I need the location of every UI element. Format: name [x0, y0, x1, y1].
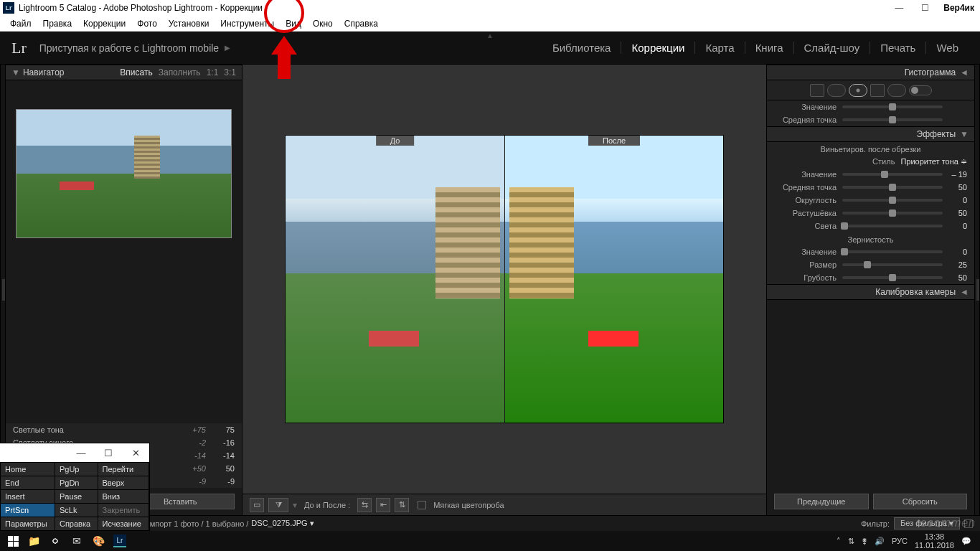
module-book[interactable]: Книга: [745, 42, 794, 54]
radial-tool-icon[interactable]: [887, 84, 906, 97]
osk-key[interactable]: Параметры: [1, 517, 55, 531]
preview-area[interactable]: До После: [242, 65, 766, 494]
filter-lock-icon[interactable]: [964, 519, 973, 528]
navigator-preview[interactable]: [16, 109, 232, 238]
module-slideshow[interactable]: Слайд-шоу: [794, 42, 871, 54]
histogram-title: Гистограмма: [905, 67, 956, 77]
module-web[interactable]: Web: [926, 42, 969, 54]
tray-chevron-icon[interactable]: ˄: [837, 537, 841, 546]
panel-collapse-top-icon[interactable]: ▲: [486, 32, 494, 39]
osk-key[interactable]: PgUp: [55, 463, 98, 476]
right-panel: Гистограмма◄ ЗначениеСредняя точка Эффек…: [766, 65, 974, 515]
osk-titlebar[interactable]: — ☐ ✕: [0, 443, 149, 462]
vignette-slider-1[interactable]: Средняя точка50: [767, 181, 974, 194]
menu-file[interactable]: Файл: [4, 17, 37, 30]
vignette-slider-3[interactable]: Растушёвка50: [767, 207, 974, 220]
osk-key[interactable]: Закрепить: [98, 504, 149, 517]
user-label: Вер4ик: [943, 3, 974, 13]
calibration-header[interactable]: Калибровка камеры◄: [767, 284, 974, 300]
taskbar-lightroom-icon[interactable]: Lr: [109, 532, 131, 550]
tray-notifications-icon[interactable]: 💬: [961, 537, 971, 546]
start-button[interactable]: [3, 532, 23, 550]
copy-both-button[interactable]: ⇅: [395, 498, 409, 512]
osk-key[interactable]: Pause: [55, 490, 98, 504]
tray-wifi-icon[interactable]: ⚵: [862, 537, 867, 546]
osk-key[interactable]: Home: [1, 463, 55, 476]
right-panel-grip[interactable]: [974, 65, 980, 515]
menu-develop[interactable]: Коррекции: [77, 17, 131, 30]
navigator-header[interactable]: ▼ Навигатор Вписать Заполнить 1:1 3:1: [6, 65, 242, 80]
osk-key[interactable]: Перейти: [98, 463, 149, 476]
menu-view[interactable]: Вид: [280, 17, 307, 30]
gradient-tool-icon[interactable]: [870, 84, 885, 97]
taskbar-paint-icon[interactable]: 🎨: [88, 532, 109, 550]
navigator-title: Навигатор: [23, 67, 65, 77]
tray-clock[interactable]: 13:3811.01.2018: [915, 532, 954, 550]
spot-tool-icon[interactable]: [827, 84, 846, 97]
module-print[interactable]: Печать: [870, 42, 926, 54]
zoom-31[interactable]: 3:1: [224, 67, 236, 77]
osk-close-button[interactable]: ✕: [122, 448, 149, 458]
menu-tools[interactable]: Инструменты: [215, 17, 280, 30]
osk-key[interactable]: Вниз: [98, 490, 149, 504]
tray-network-icon[interactable]: ⇅: [848, 537, 854, 546]
module-develop[interactable]: Коррекции: [621, 42, 695, 54]
after-label: После: [588, 136, 640, 146]
minimize-button[interactable]: —: [886, 3, 912, 13]
taskbar-folder-icon[interactable]: 📁: [23, 532, 44, 550]
vignette-slider-2[interactable]: Округлость0: [767, 194, 974, 207]
tray-lang[interactable]: РУС: [892, 537, 908, 545]
redeye-tool-icon[interactable]: [849, 84, 867, 97]
compare-view-button[interactable]: ⧩: [268, 498, 288, 512]
osk-key[interactable]: ScLk: [55, 504, 98, 517]
current-file[interactable]: DSC_0275.JPG ▾: [251, 519, 314, 528]
osk-key[interactable]: PgDn: [55, 476, 98, 490]
osk-key[interactable]: Вверх: [98, 476, 149, 490]
osk-key[interactable]: PrtScn: [1, 504, 55, 517]
zoom-fill[interactable]: Заполнить: [159, 67, 201, 77]
module-map[interactable]: Карта: [695, 42, 745, 54]
osk-key[interactable]: Справка: [55, 517, 98, 531]
osk-key[interactable]: End: [1, 476, 55, 490]
window-titlebar: Lr Lightroom 5 Catalog - Adobe Photoshop…: [0, 0, 980, 16]
vignette-slider-0[interactable]: Значение– 19: [767, 168, 974, 181]
menu-window[interactable]: Окно: [307, 17, 339, 30]
reset-button[interactable]: Сбросить: [873, 494, 968, 509]
osk-key[interactable]: Исчезание: [98, 517, 149, 531]
vignette-slider-4[interactable]: Света0: [767, 220, 974, 232]
menu-settings[interactable]: Установки: [163, 17, 215, 30]
osk-minimize-button[interactable]: —: [67, 448, 95, 458]
zoom-11[interactable]: 1:1: [207, 67, 219, 77]
tray-volume-icon[interactable]: 🔊: [875, 537, 885, 546]
top-slider-0[interactable]: Значение: [767, 100, 974, 113]
softproof-checkbox[interactable]: [418, 501, 426, 509]
osk-maximize-button[interactable]: ☐: [95, 448, 122, 458]
effects-header[interactable]: Эффекты▼: [767, 126, 974, 142]
filter-dropdown[interactable]: Без фильтра ▾: [894, 517, 960, 529]
top-slider-1[interactable]: Средняя точка: [767, 113, 974, 126]
histogram-header[interactable]: Гистограмма◄: [767, 65, 974, 80]
maximize-button[interactable]: ☐: [912, 3, 938, 13]
menu-edit[interactable]: Правка: [37, 17, 78, 30]
swap-button[interactable]: ⇆: [357, 498, 372, 512]
crop-tool-icon[interactable]: [810, 84, 824, 97]
app-icon: Lr: [3, 2, 14, 14]
history-row[interactable]: Светлые тона+7575: [6, 423, 242, 436]
osk-key[interactable]: Insert: [1, 490, 55, 504]
grain-slider-0[interactable]: Значение0: [767, 245, 974, 258]
taskbar-browser-icon[interactable]: ⭘: [44, 532, 66, 550]
menu-help[interactable]: Справка: [339, 17, 384, 30]
style-dropdown[interactable]: Приоритет тона ≑: [900, 157, 967, 166]
zoom-fit[interactable]: Вписать: [120, 67, 152, 77]
brush-tool-icon[interactable]: [909, 85, 932, 95]
grain-slider-2[interactable]: Грубость50: [767, 271, 974, 284]
copy-left-button[interactable]: ⇤: [376, 498, 390, 512]
mobile-menu-icon[interactable]: ▶: [225, 44, 230, 52]
taskbar-mail-icon[interactable]: ✉: [66, 532, 88, 550]
mobile-hint[interactable]: Приступая к работе с Lightroom mobile: [39, 42, 219, 54]
loupe-view-button[interactable]: ▭: [250, 498, 264, 512]
previous-button[interactable]: Предыдущие: [774, 494, 869, 509]
module-library[interactable]: Библиотека: [542, 42, 622, 54]
menu-photo[interactable]: Фото: [131, 17, 163, 30]
grain-slider-1[interactable]: Размер25: [767, 258, 974, 271]
